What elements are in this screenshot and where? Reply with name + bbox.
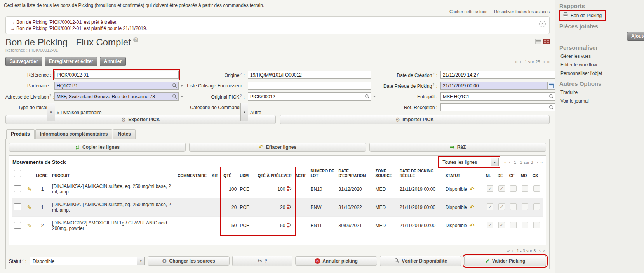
pieces-jointes-section-title: Pièces jointes: [555, 20, 644, 31]
first-page-icon[interactable]: «: [515, 59, 518, 64]
disable-tips-link[interactable]: Désactiver toutes les astuces: [494, 9, 550, 14]
date-creation-input[interactable]: [440, 71, 555, 79]
last-page-icon[interactable]: »: [540, 160, 543, 164]
save-button[interactable]: Sauvegarder: [5, 57, 42, 66]
help-icon[interactable]: ?: [240, 72, 242, 76]
search-icon[interactable]: [549, 94, 554, 100]
split-line-icon[interactable]: [287, 186, 292, 192]
sidebar-item-bon-de-picking[interactable]: Bon de Picking: [560, 12, 604, 19]
next-page-icon[interactable]: ›: [536, 160, 538, 164]
split-lines-button[interactable]: ✂ ?: [232, 256, 293, 266]
valider-picking-button[interactable]: ✔ Valider Picking: [464, 256, 546, 266]
col-kit: KIT: [210, 168, 222, 180]
undo-icon[interactable]: ↶: [470, 205, 475, 210]
last-page-icon[interactable]: »: [547, 59, 550, 64]
save-edit-button[interactable]: Enregistrer et éditer: [45, 57, 97, 66]
prev-page-icon[interactable]: ‹: [509, 160, 511, 164]
undo-icon[interactable]: ↶: [470, 223, 475, 228]
chevron-down-icon[interactable]: [180, 85, 183, 88]
edit-pencil-icon[interactable]: ✎: [27, 223, 32, 229]
reference-input[interactable]: [54, 71, 179, 79]
copier-lignes-button[interactable]: Copier les lignes: [9, 143, 186, 152]
origine-input[interactable]: [248, 71, 371, 79]
search-icon[interactable]: [549, 105, 554, 111]
split-line-icon[interactable]: [287, 204, 292, 210]
help-icon[interactable]: ?: [432, 72, 434, 76]
sidebar-item-traduire[interactable]: Traduire: [555, 88, 644, 97]
sidebar-item-editer-le-workflow[interactable]: Editer le workflow: [555, 61, 644, 69]
flag-de-checkbox: [498, 203, 505, 210]
partenaire-input[interactable]: [54, 82, 179, 90]
calendar-icon[interactable]: [547, 82, 555, 89]
first-page-icon[interactable]: «: [504, 160, 507, 164]
sidebar-item-gerer-les-vues[interactable]: Gérer les vues: [555, 52, 644, 61]
original-pick-input[interactable]: [248, 92, 371, 101]
export-pick-button[interactable]: ⚙ Exporter PICK: [5, 115, 276, 124]
effacer-lignes-button[interactable]: ↶ Effacer lignes: [189, 143, 366, 152]
verifier-disponibilite-button[interactable]: Vérifier Disponibilité: [380, 256, 462, 266]
col-actif: ACTIF: [293, 168, 309, 180]
search-icon[interactable]: [172, 83, 177, 89]
help-icon[interactable]: ?: [432, 83, 434, 87]
first-page-icon[interactable]: «: [507, 249, 510, 253]
adresse-input[interactable]: [54, 92, 179, 101]
chevron-down-icon[interactable]: [373, 96, 376, 99]
statut-select[interactable]: Disponible ▾: [30, 257, 145, 265]
col-zone-source: ZONE SOURCE: [374, 168, 398, 180]
col-gf: GF: [508, 168, 519, 180]
chevron-down-icon: ▾: [47, 103, 55, 121]
raz-button[interactable]: RàZ: [369, 143, 546, 152]
prev-page-icon[interactable]: ‹: [512, 249, 513, 253]
liste-colisage-input[interactable]: [248, 82, 371, 90]
tab-notes[interactable]: Notes: [113, 129, 135, 139]
tab-produits[interactable]: Produits: [6, 129, 35, 139]
add-attachment-button[interactable]: Ajouter: [627, 32, 644, 41]
annuler-picking-button[interactable]: ✕ Annuler picking: [295, 256, 377, 266]
date-prevue-input[interactable]: [440, 82, 555, 90]
search-icon[interactable]: [172, 94, 177, 100]
import-pick-button[interactable]: ⚙ Importer PICK: [280, 115, 550, 124]
entrepot-input[interactable]: [440, 92, 555, 101]
close-icon[interactable]: ✕: [539, 21, 546, 27]
flag-de-checkbox: [498, 185, 505, 192]
tab-informations-complementaires[interactable]: Informations complémentaires: [35, 129, 113, 139]
pager-text: 1 - 3 sur 3: [514, 160, 533, 165]
form-view-icon[interactable]: [543, 39, 550, 45]
origine-label: Origine? :: [180, 72, 246, 78]
next-page-icon[interactable]: ›: [539, 249, 540, 253]
hide-tip-link[interactable]: Cacher cette astuce: [449, 9, 487, 14]
col-cs: CS: [531, 168, 543, 180]
row-select-checkbox[interactable]: [14, 185, 21, 192]
cancel-button[interactable]: Annuler: [100, 57, 126, 66]
help-icon[interactable]: ?: [240, 94, 242, 97]
sidebar-item-voir-le-journal[interactable]: Voir le journal: [555, 97, 644, 105]
changer-sources-button[interactable]: ⚙ Changer les sources: [148, 256, 230, 266]
lines-filter-select[interactable]: Toutes les lignes ▾: [440, 158, 499, 166]
col-ligne: LIGNE: [34, 168, 50, 180]
flag-gf-checkbox: [510, 222, 517, 228]
chevron-down-icon[interactable]: [180, 96, 183, 99]
edit-pencil-icon[interactable]: ✎: [27, 204, 32, 210]
row-select-checkbox[interactable]: [14, 203, 21, 210]
help-icon[interactable]: ?: [133, 37, 138, 42]
row-select-checkbox[interactable]: [14, 222, 21, 229]
cell-kit: [210, 180, 222, 198]
cell-actif: [293, 198, 309, 217]
prev-page-icon[interactable]: ‹: [520, 59, 521, 64]
col-statut: STATUT: [444, 168, 484, 180]
help-icon[interactable]: ?: [49, 94, 51, 97]
last-page-icon[interactable]: »: [543, 249, 545, 253]
search-icon[interactable]: [365, 94, 370, 100]
next-page-icon[interactable]: ›: [543, 59, 545, 64]
edit-pencil-icon[interactable]: ✎: [27, 186, 32, 192]
list-view-icon[interactable]: [535, 39, 541, 45]
help-icon[interactable]: ?: [21, 258, 23, 262]
split-line-icon[interactable]: [287, 223, 292, 229]
ref-reception-input[interactable]: [440, 103, 555, 111]
select-all-checkbox[interactable]: [14, 170, 21, 177]
undo-icon[interactable]: ↶: [470, 187, 475, 191]
partenaire-label: Partenaire :: [5, 83, 53, 89]
cell-qte-a-prelever: 100: [277, 186, 285, 192]
sidebar-item-personnaliser-objet[interactable]: Personnaliser l'objet: [555, 69, 644, 78]
entrepot-label: Entrepôt :: [373, 94, 439, 99]
